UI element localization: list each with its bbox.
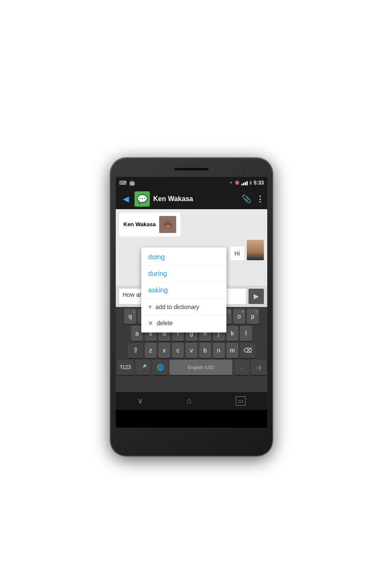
attach-icon[interactable]: 📎 [242,194,251,204]
delete-label: delete [157,320,173,327]
received-sender-name: Ken Wakasa [123,221,156,227]
received-message: Ken Wakasa 🐻 [119,213,264,236]
key-z[interactable]: z [145,343,157,358]
key-n[interactable]: n [213,343,225,358]
contact-avatar-header: 💬 [134,191,150,207]
key-b[interactable]: b [199,343,211,358]
key-k[interactable]: k [226,326,238,341]
phone-device: ⌨ 🤖 ✦ 🔇 ▮ 5:33 ◀ 💬 [111,158,272,456]
send-icon: ▶ [254,292,259,300]
phone-screen: ⌨ 🤖 ✦ 🔇 ▮ 5:33 ◀ 💬 [116,177,267,428]
suggestion-asking[interactable]: asking [141,282,226,299]
x-icon: ✕ [148,320,153,327]
suggestion-during[interactable]: during [141,266,226,282]
key-l[interactable]: l [240,326,252,341]
key-c[interactable]: c [172,343,184,358]
android-status-icon: 🤖 [129,180,135,186]
back-button[interactable]: ◀ [119,192,133,206]
action-bar-icons: 📎 ⋮ [242,194,264,204]
key-q[interactable]: 1q [124,309,136,324]
phone-top-bar [116,163,267,175]
sent-avatar [247,240,264,260]
front-camera [243,168,246,171]
contact-avatar-bubble: 🐻 [159,216,176,233]
speaker-grille [174,168,209,170]
key-m[interactable]: m [226,343,238,358]
chat-title: Ken Wakasa [153,195,242,203]
status-right: ✦ 🔇 ▮ 5:33 [229,180,264,186]
more-options-icon[interactable]: ⋮ [256,194,264,204]
nav-back-icon[interactable]: ∨ [137,396,143,406]
keyboard-status-icon: ⌨ [119,180,126,186]
globe-key[interactable]: 🌐 [152,360,168,375]
nav-home-icon[interactable]: ⌂ [187,396,192,406]
action-bar: ◀ 💬 Ken Wakasa 📎 ⋮ [116,189,267,209]
nav-bar: ∨ ⌂ ▭ [116,392,267,410]
status-bar: ⌨ 🤖 ✦ 🔇 ▮ 5:33 [116,177,267,189]
key-o[interactable]: 9o [233,309,245,324]
period-key[interactable]: . [234,360,249,375]
numbers-key[interactable]: ?123 [117,360,134,375]
add-to-dictionary-item[interactable]: + add to dictionary [141,299,226,315]
bluetooth-icon: ✦ [229,180,233,185]
space-key[interactable]: English (US) [169,360,232,375]
suggestion-doing[interactable]: doing [141,249,226,266]
delete-item[interactable]: ✕ delete [141,315,226,331]
battery-icon: ▮ [249,180,252,185]
nav-recent-icon[interactable]: ▭ [236,396,246,406]
keyboard: doing during asking + add to dictionary … [116,307,267,392]
add-to-dictionary-label: add to dictionary [155,304,199,310]
backspace-key[interactable]: ⌫ [240,343,255,358]
status-time: 5:33 [254,180,264,186]
plus-icon: + [148,303,152,311]
mic-key[interactable]: 🎤 [135,360,151,375]
sent-bubble: Hi [230,247,244,260]
status-left: ⌨ 🤖 [119,180,135,186]
sent-message-text: Hi [234,250,240,257]
send-button[interactable]: ▶ [249,289,264,304]
mute-icon: 🔇 [234,180,240,185]
keyboard-row-3: ⇧ z x c v b n m ⌫ [117,343,266,358]
key-x[interactable]: x [158,343,170,358]
key-p[interactable]: 0p [247,309,259,324]
signal-icon [241,180,248,185]
autocomplete-popup: doing during asking + add to dictionary … [141,247,226,332]
emoticon-key[interactable]: :-) [251,360,266,375]
keyboard-bottom-row: ?123 🎤 🌐 English (US) . :-) [117,360,266,375]
shift-key[interactable]: ⇧ [128,343,143,358]
received-bubble: Ken Wakasa 🐻 [119,213,180,236]
key-v[interactable]: v [186,343,197,358]
